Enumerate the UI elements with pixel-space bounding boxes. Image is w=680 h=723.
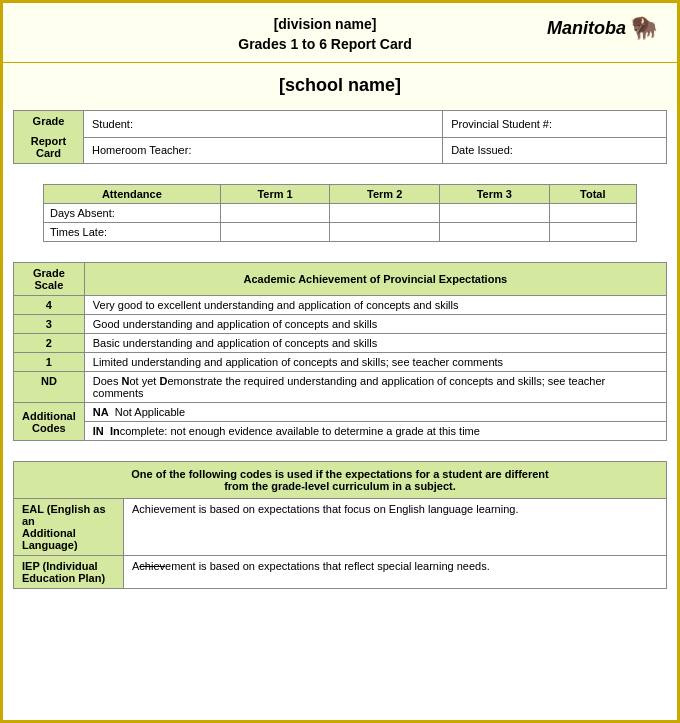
- attendance-cell: [439, 223, 549, 242]
- attendance-cell: [220, 204, 330, 223]
- homeroom-field: Homeroom Teacher:: [84, 137, 443, 164]
- manitoba-label: Manitoba: [547, 18, 626, 39]
- grade-desc-cell: Does Not yet Demonstrate the required un…: [84, 372, 666, 403]
- grade-scale-col1: Grade Scale: [14, 263, 85, 296]
- header-text: [division name] Grades 1 to 6 Report Car…: [103, 15, 547, 54]
- additional-code-row: AdditionalCodesNA Not Applicable: [14, 403, 667, 422]
- school-name: [school name]: [3, 75, 677, 96]
- attendance-cell: [330, 223, 440, 242]
- following-codes-section: One of the following codes is used if th…: [3, 461, 677, 589]
- additional-codes-label: AdditionalCodes: [14, 403, 85, 441]
- student-info-table: Grade Report Card Student: Provincial St…: [13, 110, 667, 164]
- attendance-cell: [330, 204, 440, 223]
- manitoba-logo: Manitoba 🦬: [547, 15, 657, 41]
- following-codes-table: One of the following codes is used if th…: [13, 461, 667, 589]
- date-field: Date Issued:: [443, 137, 667, 164]
- additional-code-desc: NA Not Applicable: [84, 403, 666, 422]
- grade-desc-cell: Limited understanding and application of…: [84, 353, 666, 372]
- grade-report-label: Grade Report Card: [14, 111, 84, 164]
- school-name-section: [school name]: [3, 63, 677, 110]
- grade-scale-row: NDDoes Not yet Demonstrate the required …: [14, 372, 667, 403]
- grade-scale-col2: Academic Achievement of Provincial Expec…: [84, 263, 666, 296]
- attendance-cell: [549, 223, 636, 242]
- report-card-subtitle: Grades 1 to 6 Report Card: [103, 35, 547, 55]
- grade-code-cell: 2: [14, 334, 85, 353]
- additional-code-row: IN Incomplete: not enough evidence avail…: [14, 422, 667, 441]
- grade-label: Grade: [22, 115, 75, 127]
- attendance-row-label: Days Absent:: [44, 204, 221, 223]
- page: [division name] Grades 1 to 6 Report Car…: [0, 0, 680, 723]
- grade-desc-cell: Good understanding and application of co…: [84, 315, 666, 334]
- bison-icon: 🦬: [630, 15, 657, 41]
- grade-scale-section: Grade Scale Academic Achievement of Prov…: [3, 262, 677, 441]
- attendance-section: AttendanceTerm 1Term 2Term 3Total Days A…: [3, 184, 677, 242]
- attendance-cell: [220, 223, 330, 242]
- grade-scale-row: 1Limited understanding and application o…: [14, 353, 667, 372]
- attendance-cell: [439, 204, 549, 223]
- code-desc-cell: Achievement is based on expectations tha…: [124, 499, 667, 556]
- attendance-cell: [549, 204, 636, 223]
- attendance-row: Days Absent:: [44, 204, 637, 223]
- student-info-section: Grade Report Card Student: Provincial St…: [3, 110, 677, 164]
- grade-desc-cell: Basic understanding and application of c…: [84, 334, 666, 353]
- attendance-col-term-2: Term 2: [330, 185, 440, 204]
- attendance-row: Times Late:: [44, 223, 637, 242]
- attendance-col-term-3: Term 3: [439, 185, 549, 204]
- grade-scale-row: 3Good understanding and application of c…: [14, 315, 667, 334]
- attendance-col-total: Total: [549, 185, 636, 204]
- grade-code-cell: 3: [14, 315, 85, 334]
- code-name-cell: IEP (IndividualEducation Plan): [14, 556, 124, 589]
- additional-code-desc: IN Incomplete: not enough evidence avail…: [84, 422, 666, 441]
- provincial-field: Provincial Student #:: [443, 111, 667, 138]
- student-field: Student:: [84, 111, 443, 138]
- grade-scale-row: 2Basic understanding and application of …: [14, 334, 667, 353]
- report-card-label: Report Card: [22, 135, 75, 159]
- grade-scale-row: 4Very good to excellent understanding an…: [14, 296, 667, 315]
- grade-code-cell: 4: [14, 296, 85, 315]
- code-desc-cell: Achievement is based on expectations tha…: [124, 556, 667, 589]
- grade-desc-cell: Very good to excellent understanding and…: [84, 296, 666, 315]
- following-code-row: EAL (English as anAdditional Language)Ac…: [14, 499, 667, 556]
- grade-code-cell: ND: [14, 372, 85, 403]
- following-codes-header: One of the following codes is used if th…: [14, 462, 667, 499]
- header: [division name] Grades 1 to 6 Report Car…: [3, 3, 677, 63]
- attendance-row-label: Times Late:: [44, 223, 221, 242]
- grade-scale-table: Grade Scale Academic Achievement of Prov…: [13, 262, 667, 441]
- attendance-table: AttendanceTerm 1Term 2Term 3Total Days A…: [43, 184, 637, 242]
- code-name-cell: EAL (English as anAdditional Language): [14, 499, 124, 556]
- grade-code-cell: 1: [14, 353, 85, 372]
- attendance-col-attendance: Attendance: [44, 185, 221, 204]
- following-code-row: IEP (IndividualEducation Plan)Achievemen…: [14, 556, 667, 589]
- attendance-col-term-1: Term 1: [220, 185, 330, 204]
- division-name: [division name]: [103, 15, 547, 35]
